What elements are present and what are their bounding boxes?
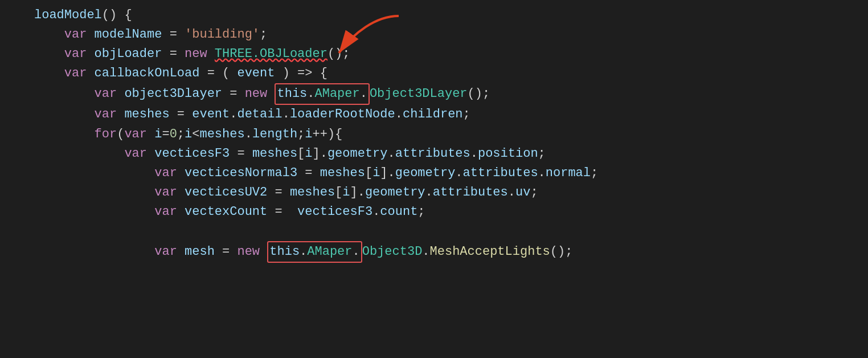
code-token: ( <box>117 125 124 144</box>
code-token: meshes <box>199 125 244 144</box>
code-token: ; <box>591 164 598 183</box>
code-editor: loadModel() { var modelName = 'building'… <box>0 0 868 358</box>
code-token: = <box>297 164 320 183</box>
line-model-name: var modelName = 'building'; <box>34 25 868 44</box>
code-token: = <box>162 44 185 64</box>
code-token: ; <box>177 125 185 144</box>
code-token: geometry <box>365 183 425 202</box>
code-token: loaderRootNode <box>290 105 395 124</box>
line-callback: var callbackOnLoad = ( event ) => { <box>34 64 868 83</box>
code-token: ]. <box>350 183 365 202</box>
code-token: var <box>154 202 185 222</box>
code-token: ; <box>260 25 267 44</box>
code-token: normal <box>546 164 591 183</box>
code-token: ; <box>530 183 538 202</box>
code-token: (); <box>550 242 573 262</box>
line-obj-loader: var objLoader = new THREE.OBJLoader(); <box>34 44 868 64</box>
code-token: var <box>95 84 125 104</box>
code-token: modelName <box>95 25 162 44</box>
code-token: event <box>237 64 275 83</box>
code-token: [ <box>365 164 372 183</box>
code-token: = ( <box>199 64 237 83</box>
code-token: . <box>307 87 314 101</box>
code-token: var <box>154 183 185 202</box>
code-token: 0 <box>170 125 177 144</box>
code-token: meshes <box>320 164 365 183</box>
code-token: (); <box>468 84 490 104</box>
code-token: = <box>215 242 238 262</box>
code-token: = <box>170 105 193 124</box>
code-token: vecticesNormal3 <box>185 164 297 183</box>
code-token: this <box>269 245 300 259</box>
code-token: detail <box>237 105 282 124</box>
code-token: . <box>470 144 478 164</box>
line-for: for(var i=0;i<meshes.length;i++){ <box>34 125 868 144</box>
code-token: var <box>64 25 95 44</box>
code-token: this <box>277 87 307 101</box>
code-token: = <box>267 183 290 202</box>
code-token: (); <box>327 44 350 64</box>
line-vectices-normal: var vecticesNormal3 = meshes[i].geometry… <box>34 164 868 183</box>
code-token: AMaper <box>315 87 360 101</box>
code-token: . <box>282 105 290 124</box>
code-token: geometry <box>327 144 388 164</box>
code-token: length <box>252 125 297 144</box>
code-token: i <box>154 125 162 144</box>
code-token: = <box>267 202 297 222</box>
code-token: . <box>353 245 360 259</box>
line-object3d: var object3Dlayer = new this.AMaper.Obje… <box>34 83 868 105</box>
code-token: callbackOnLoad <box>95 64 200 83</box>
code-token: vecticesF3 <box>297 202 372 222</box>
code-token: attributes <box>463 164 538 183</box>
code-token: vecticesF3 <box>154 144 230 164</box>
code-token: . <box>455 164 462 183</box>
code-token: geometry <box>395 164 456 183</box>
code-token: i <box>372 164 380 183</box>
code-token: var <box>154 242 185 262</box>
code-token: var <box>64 64 95 83</box>
code-token: event <box>192 105 230 124</box>
line-mesh: var mesh = new this.AMaper.Object3D.Mesh… <box>34 241 868 263</box>
code-token: . <box>360 87 367 101</box>
code-token: i <box>305 125 312 144</box>
code-token: meshes <box>290 183 335 202</box>
line-load-model: loadModel() { <box>34 6 868 25</box>
code-token-three-objloader: THREE.OBJLoader <box>215 44 327 64</box>
code-token: . <box>300 245 307 259</box>
code-token: . <box>230 105 237 124</box>
code-token: objLoader <box>95 44 162 64</box>
line-vectex-count: var vectexCount = vecticesF3.count; <box>34 202 868 222</box>
code-token: var <box>64 44 95 64</box>
code-token: = <box>230 144 252 164</box>
code-token: . <box>245 125 252 144</box>
code-token: loadModel <box>34 6 102 25</box>
code-token: ; <box>538 144 546 164</box>
code-token: var <box>154 164 185 183</box>
code-token: = <box>162 125 169 144</box>
code-token: ]. <box>380 164 395 183</box>
highlight-this-amaper-2: this.AMaper. <box>267 241 362 263</box>
code-token: ; <box>463 105 470 124</box>
code-token: . <box>372 202 380 222</box>
code-token: vecticesUV2 <box>185 183 267 202</box>
code-token: ) => { <box>275 64 327 83</box>
code-token: i <box>342 183 350 202</box>
code-token: [ <box>335 183 342 202</box>
code-token: . <box>388 144 395 164</box>
code-token: () { <box>102 6 132 25</box>
code-token: = <box>222 84 245 104</box>
code-token: . <box>508 183 515 202</box>
code-token: 'building' <box>185 25 260 44</box>
code-token: i <box>185 125 192 144</box>
code-token: for <box>95 125 117 144</box>
code-token: mesh <box>185 242 215 262</box>
highlight-this-amaper-1: this.AMaper. <box>275 83 369 105</box>
code-token: var <box>124 125 154 144</box>
code-token: new <box>237 242 267 262</box>
code-token: children <box>403 105 463 124</box>
line-blank <box>34 222 868 241</box>
code-token: . <box>395 105 403 124</box>
code-token: meshes <box>252 144 297 164</box>
code-token: var <box>95 105 125 124</box>
line-vectices-f3: var vecticesF3 = meshes[i].geometry.attr… <box>34 144 868 164</box>
